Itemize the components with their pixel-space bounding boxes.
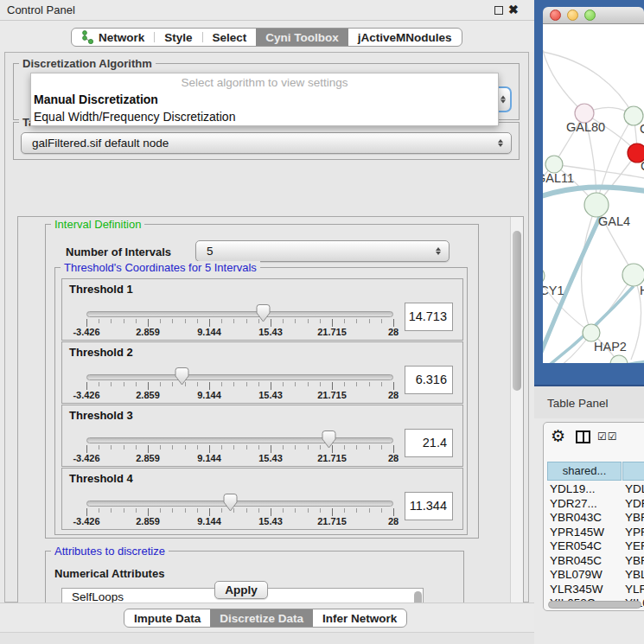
column-header-shared-name[interactable]: shared...: [547, 462, 622, 481]
slider-tick-label: 21.715: [304, 453, 360, 463]
slider-track[interactable]: [86, 311, 393, 317]
table-data-combobox[interactable]: galFiltered.sif default node: [21, 132, 512, 154]
apply-button[interactable]: Apply: [214, 581, 268, 599]
slider-tick-label: -3.426: [59, 516, 114, 526]
settings-scrollbar-thumb[interactable]: [513, 231, 521, 391]
settings-scrollbar[interactable]: [510, 217, 523, 628]
minor-tick: [258, 508, 259, 513]
table-cell-name[interactable]: YLR3: [625, 583, 644, 596]
minor-tick: [111, 508, 112, 513]
major-tick: [271, 508, 271, 516]
table-cell-shared-name[interactable]: YDL19...: [550, 482, 596, 495]
combo-arrows-icon: [498, 133, 503, 153]
minor-tick: [185, 508, 186, 513]
table-cell-name[interactable]: YDR2: [625, 497, 644, 510]
major-tick: [148, 319, 149, 327]
threshold-label: Threshold 4: [69, 472, 133, 485]
tab-select[interactable]: Select: [203, 29, 257, 46]
table-cell-shared-name[interactable]: YDR27...: [550, 497, 597, 510]
tab-infer-network[interactable]: Infer Network: [313, 609, 406, 627]
slider-tick-labels: -3.4262.8599.14415.4321.71528: [86, 453, 393, 465]
slider-tick-labels: -3.4262.8599.14415.4321.71528: [86, 516, 393, 528]
network-node-label: H: [640, 284, 644, 297]
number-of-intervals-combobox[interactable]: 5: [195, 240, 450, 262]
interval-definition-group-title: Interval Definition: [51, 218, 144, 231]
minor-tick: [344, 382, 345, 386]
threshold-value-field[interactable]: 6.316: [405, 366, 453, 394]
table-cell-name[interactable]: YDL1: [625, 482, 644, 495]
dropdown-option-equal-width[interactable]: Equal Width/Frequency Discretization: [31, 108, 498, 125]
slider-thumb[interactable]: [322, 430, 336, 449]
threshold-value-field[interactable]: 14.713: [405, 303, 453, 331]
minor-tick: [197, 508, 198, 513]
slider-thumb[interactable]: [175, 367, 189, 386]
zoom-traffic-light-icon[interactable]: [584, 10, 596, 21]
minor-tick: [308, 382, 309, 386]
minor-tick: [246, 319, 247, 323]
slider-track[interactable]: [86, 374, 393, 380]
top-tab-strip: Network Style Select Cyni Toolbox jActiv…: [71, 28, 462, 47]
split-pane-icon[interactable]: [576, 430, 590, 443]
minor-tick: [295, 445, 296, 450]
table-cell-shared-name[interactable]: YER054C: [550, 539, 602, 552]
table-cell-shared-name[interactable]: YLR345W: [550, 583, 603, 596]
table-data-combobox-value: galFiltered.sif default node: [32, 137, 169, 150]
table-cell-name[interactable]: YBL0: [625, 568, 644, 581]
bottom-tab-row: Impute Data Discretize Data Infer Networ…: [0, 603, 534, 632]
interval-definition-group: Interval Definition Number of Intervals …: [45, 224, 479, 539]
tab-style[interactable]: Style: [155, 29, 201, 46]
table-cell-shared-name[interactable]: YBR043C: [550, 511, 602, 524]
network-node[interactable]: [545, 156, 563, 173]
settings-scroll-area: Interval Definition Number of Intervals …: [17, 216, 524, 629]
network-node-label: HAP2: [594, 340, 627, 354]
network-node[interactable]: [543, 267, 545, 284]
dropdown-option-manual-discretization[interactable]: Manual Discretization: [31, 91, 498, 108]
float-window-icon[interactable]: [494, 6, 503, 15]
minor-tick: [160, 508, 161, 513]
network-node[interactable]: [583, 324, 600, 341]
gear-icon[interactable]: ⚙: [551, 426, 565, 446]
table-cell-name[interactable]: YBR0: [625, 554, 644, 567]
table-cell-shared-name[interactable]: YBR045C: [550, 554, 602, 567]
dropdown-hint-item: Select algorithm to view settings: [31, 73, 498, 91]
minor-tick: [172, 508, 173, 513]
tab-jactivemnodules[interactable]: jActiveMNodules: [348, 29, 462, 46]
control-panel-titlebar: Control Panel ✖: [0, 0, 534, 21]
slider-track[interactable]: [86, 501, 393, 507]
network-window-titlebar[interactable]: [543, 7, 644, 24]
network-view-window[interactable]: GAL80GACGAL11GAL4GCY1HHAP2: [534, 0, 644, 386]
major-tick: [393, 319, 394, 327]
table-cell-shared-name[interactable]: YBL079W: [550, 568, 603, 581]
bottom-tab-strip: Impute Data Discretize Data Infer Networ…: [124, 609, 407, 628]
threshold-value-field[interactable]: 11.344: [405, 492, 453, 520]
column-header-name[interactable]: n: [622, 462, 644, 481]
table-cell-shared-name[interactable]: YPR145W: [550, 526, 604, 539]
minor-tick: [381, 508, 382, 513]
close-icon[interactable]: ✖: [508, 3, 519, 16]
checkbox-columns-icon[interactable]: ☑☑: [597, 430, 618, 443]
tab-discretize-data[interactable]: Discretize Data: [210, 609, 313, 627]
table-cell-name[interactable]: YBR0: [625, 511, 644, 524]
tab-impute-data[interactable]: Impute Data: [124, 609, 210, 627]
tab-network[interactable]: Network: [72, 29, 154, 46]
minor-tick: [308, 445, 309, 450]
network-node[interactable]: [610, 355, 628, 363]
minor-tick: [136, 508, 137, 513]
minor-tick: [344, 445, 345, 450]
minimize-traffic-light-icon[interactable]: [567, 10, 578, 21]
network-canvas[interactable]: GAL80GACGAL11GAL4GCY1HHAP2: [543, 24, 644, 363]
status-strip: [0, 632, 534, 644]
table-cell-name[interactable]: YPR1: [625, 526, 644, 539]
table-cell-name[interactable]: YER0: [625, 539, 644, 552]
slider-thumb[interactable]: [256, 304, 271, 322]
close-traffic-light-icon[interactable]: [550, 10, 561, 21]
threshold-value-field[interactable]: 21.4: [405, 429, 453, 457]
tab-cyni-toolbox[interactable]: Cyni Toolbox: [256, 29, 348, 46]
slider-thumb[interactable]: [223, 494, 238, 512]
slider-tick-labels: -3.4262.8599.14415.4321.71528: [86, 327, 393, 339]
tab-label: Style: [164, 31, 192, 44]
major-tick: [271, 382, 271, 390]
network-node[interactable]: [584, 193, 609, 217]
slider-track[interactable]: [86, 437, 393, 443]
table-hscrollbar-thumb[interactable]: [548, 601, 641, 609]
